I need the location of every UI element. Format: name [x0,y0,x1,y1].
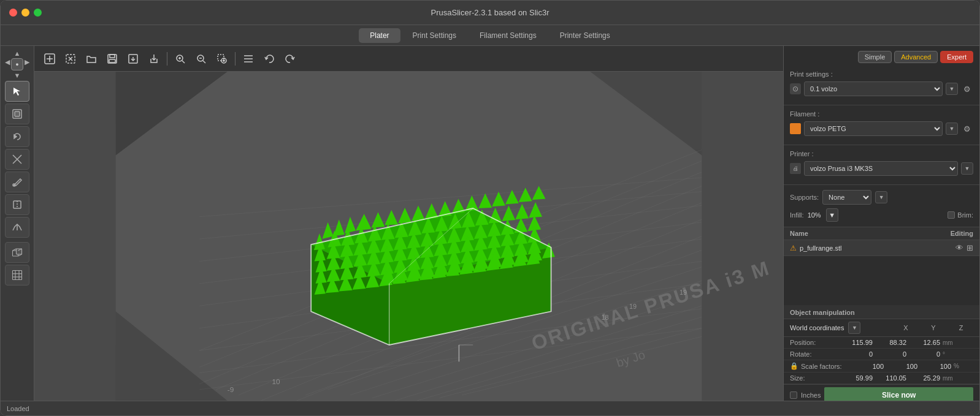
toolbar-sep-1 [167,52,167,66]
select-tool[interactable] [5,81,29,102]
mode-advanced-button[interactable]: Advanced [894,51,938,63]
printer-profile-select[interactable]: volzo Prusa i3 MK3S [804,161,958,176]
z-axis-label: Z [949,324,973,331]
svg-rect-27 [109,59,115,62]
printer-icon: 🖨 [790,163,801,174]
visibility-toggle-0[interactable]: 👁 [955,243,963,252]
brim-label: Brim: [957,211,973,219]
svg-rect-10 [17,249,22,254]
supports-chevron[interactable]: ▼ [875,191,887,203]
print-profile-row: ⊙ 0.1 volzo ▼ ⚙ [790,81,973,96]
layers-button[interactable] [239,50,258,67]
position-x[interactable]: 115.99 [839,339,873,346]
coords-dropdown[interactable]: ▼ [848,322,860,334]
rotate-label: Rotate: [790,350,839,358]
tab-printer-settings[interactable]: Printer Settings [549,28,621,43]
brim-checkbox[interactable] [947,211,955,219]
tab-plater[interactable]: Plater [359,28,400,43]
maximize-button[interactable] [34,9,42,17]
objects-list-header: Name Editing [784,227,979,240]
size-z[interactable]: 25.29 [906,374,940,382]
zoom-region-button[interactable] [213,50,231,67]
y-axis-label: Y [921,324,946,331]
redo-button[interactable] [281,50,299,67]
minimize-button[interactable] [21,9,29,17]
instances-btn-0[interactable]: ⊞ [967,243,973,252]
open-button[interactable] [82,50,101,67]
perspective-view[interactable] [5,242,29,263]
cut-tool[interactable] [5,149,29,170]
paint-tool[interactable] [5,172,29,192]
svg-text:10: 10 [272,377,281,386]
status-bar: Loaded [1,401,979,415]
support-tool[interactable] [5,217,29,238]
rotate-y[interactable]: 0 [873,350,906,358]
size-x[interactable]: 59.99 [839,374,873,382]
warning-icon: ⚠ [790,244,797,252]
tab-print-settings[interactable]: Print Settings [402,28,467,43]
rotate-x[interactable]: 0 [839,350,873,358]
filament-select-row: volzo PETG ▼ ⚙ [790,121,973,136]
select-all-button[interactable] [61,50,80,67]
tab-bar: Plater Print Settings Filament Settings … [1,25,979,46]
ortho-view[interactable] [5,265,29,286]
object-name-0: p_fullrange.stl [800,244,952,252]
main-content: ▲ ◀ ● ▶ ▼ [1,46,979,401]
mode-expert-button[interactable]: Expert [940,51,973,63]
rotate-tool[interactable] [5,126,29,147]
infill-label: Infill: [790,211,804,219]
object-row-0[interactable]: ⚠ p_fullrange.stl 👁 ⊞ [784,240,979,256]
zoom-out-button[interactable] [192,50,210,67]
print-settings-icon: ⊙ [790,83,801,94]
nav-center[interactable]: ● [11,58,23,70]
scale-z[interactable]: 100 [917,363,951,370]
scale-y[interactable]: 100 [884,363,917,370]
export-button[interactable] [124,50,142,67]
position-z[interactable]: 12.65 [906,339,940,346]
scale-tool[interactable] [5,104,29,124]
brim-checkbox-label: Brim: [947,211,973,219]
empty-object-list [784,256,979,305]
print-settings-gear[interactable]: ⚙ [961,83,973,95]
inches-checkbox[interactable] [790,391,797,399]
svg-rect-14 [13,271,22,280]
rotate-z[interactable]: 0 [906,350,940,358]
printer-section: Printer : 🖨 volzo Prusa i3 MK3S ▼ [784,145,979,185]
filament-gear[interactable]: ⚙ [961,123,973,135]
position-y[interactable]: 88.32 [873,339,906,346]
world-coords-label: World coordinates [790,324,844,331]
top-toolbar [34,46,783,72]
close-button[interactable] [9,9,17,17]
viewport[interactable]: ORIGINAL PRUSA i3 M by Jo [34,46,783,401]
canvas-area[interactable]: ORIGINAL PRUSA i3 M by Jo [34,72,783,401]
tab-filament-settings[interactable]: Filament Settings [469,28,548,43]
filament-section: Filament : volzo PETG ▼ ⚙ [784,105,979,145]
coord-header-row: World coordinates ▼ X Y Z [784,319,979,337]
size-y[interactable]: 110.05 [873,374,906,382]
filament-chevron[interactable]: ▼ [946,123,958,135]
print-settings-chevron[interactable]: ▼ [946,83,958,95]
seam-tool[interactable] [5,194,29,215]
printer-label: Printer : [790,150,814,157]
window-title: PrusaSlicer-2.3.1 based on Slic3r [431,8,549,17]
right-panel: Simple Advanced Expert Print settings : … [783,46,979,401]
zoom-in-button[interactable] [171,50,189,67]
print-profile-select[interactable]: 0.1 volzo [804,81,943,96]
add-object-button[interactable] [40,50,59,67]
infill-dropdown[interactable]: ▼ [826,208,838,222]
scale-lock-icon[interactable]: 🔒 [790,362,798,370]
save-button[interactable] [103,50,121,67]
filament-color-swatch[interactable] [790,123,801,134]
supports-select[interactable]: None [822,190,871,205]
scale-x[interactable]: 100 [850,363,884,370]
position-unit: mm [943,339,953,346]
undo-button[interactable] [260,50,278,67]
svg-line-32 [182,61,185,63]
print-settings-row: Print settings : [790,70,973,78]
import-button[interactable] [145,50,163,67]
printer-chevron[interactable]: ▼ [961,162,973,175]
slice-button[interactable]: Slice now [824,387,973,401]
toolbar-sep-2 [235,52,235,66]
mode-simple-button[interactable]: Simple [858,51,892,63]
filament-profile-select[interactable]: volzo PETG [804,121,943,136]
